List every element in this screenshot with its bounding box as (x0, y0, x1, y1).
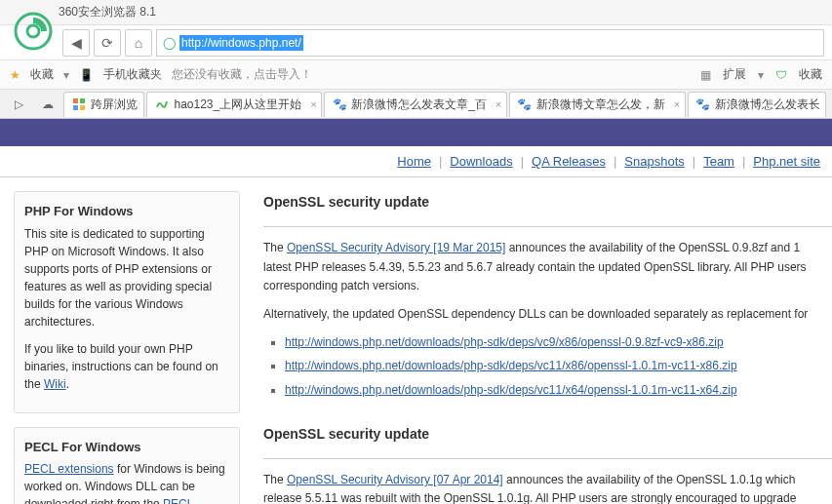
download-list: http://windows.php.net/downloads/php-sdk… (285, 333, 832, 400)
tab-label: 跨屏浏览 (91, 97, 138, 113)
browser-logo (14, 12, 53, 51)
svg-rect-3 (80, 98, 85, 103)
bookmark-manager-label[interactable]: 收藏 (799, 66, 822, 83)
article-text: The OpenSSL Security Advisory [07 Apr 20… (263, 471, 832, 504)
divider (263, 458, 832, 459)
back-button[interactable]: ◀ (62, 29, 90, 57)
nav-toolbar: ◀ ⟳ ⌂ ◯ http://windows.php.net/ (0, 25, 832, 60)
tab-history-button[interactable]: ▷ (6, 93, 32, 116)
paw-icon: 🐾 (518, 97, 532, 111)
sidebar-text: If you like to build your own PHP binari… (24, 340, 229, 393)
sidebar-title: PECL For Windows (24, 438, 229, 457)
bookmarks-bar: ★ 收藏 ▾ 📱 手机收藏夹 您还没有收藏，点击导入！ ▦ 扩展 ▾ 🛡 收藏 (0, 60, 832, 90)
sidebar-text: This site is dedicated to supporting PHP… (24, 225, 229, 330)
svg-rect-5 (80, 105, 85, 110)
tab-label: 新浪微博文章怎么发，新 (536, 97, 665, 113)
nav-home[interactable]: Home (397, 154, 431, 169)
tab-label: hao123_上网从这里开始 (174, 97, 301, 113)
tab-2[interactable]: hao123_上网从这里开始 × (146, 92, 322, 117)
download-link[interactable]: http://windows.php.net/downloads/php-sdk… (285, 359, 737, 372)
download-link[interactable]: http://windows.php.net/downloads/php-sdk… (285, 383, 737, 397)
tab-5[interactable]: 🐾 新浪微博怎么发表长 (688, 92, 826, 117)
close-icon[interactable]: × (495, 98, 501, 110)
paw-icon: 🐾 (696, 97, 710, 111)
reload-button[interactable]: ⟳ (94, 29, 121, 57)
grid-icon (72, 97, 86, 111)
nav-phpnet[interactable]: Php.net site (753, 154, 820, 169)
phone-bookmarks[interactable]: 手机收藏夹 (103, 66, 162, 83)
advisory-link[interactable]: OpenSSL Security Advisory [07 Apr 2014] (287, 473, 503, 486)
article-title: OpenSSL security update (263, 191, 832, 213)
tab-4[interactable]: 🐾 新浪微博文章怎么发，新 × (509, 92, 686, 117)
tab-label: 新浪微博怎么发表文章_百 (351, 97, 487, 113)
article-text: Alternatively, the updated OpenSSL depen… (263, 305, 832, 324)
pecl-link[interactable]: PECL extensions (24, 462, 114, 476)
hao-icon (155, 97, 169, 111)
download-link[interactable]: http://windows.php.net/downloads/php-sdk… (285, 335, 724, 349)
tab-label: 新浪微博怎么发表长 (715, 97, 820, 113)
chevron-down-icon[interactable]: ▾ (63, 68, 69, 82)
shield-icon[interactable]: 🛡 (775, 68, 787, 82)
tab-bar: ▷ ☁ 跨屏浏览 hao123_上网从这里开始 × 🐾 新浪微博怎么发表文章_百… (0, 90, 832, 119)
close-icon[interactable]: × (674, 98, 680, 110)
chevron-down-icon[interactable]: ▾ (758, 68, 764, 82)
sidebar-block-php: PHP For Windows This site is dedicated t… (14, 191, 240, 413)
list-item: http://windows.php.net/downloads/php-sdk… (285, 357, 832, 375)
nav-snapshots[interactable]: Snapshots (624, 154, 684, 169)
sidebar: PHP For Windows This site is dedicated t… (0, 177, 254, 504)
nav-downloads[interactable]: Downloads (450, 154, 512, 169)
bookmarks-hint: 您还没有收藏，点击导入！ (172, 66, 312, 83)
wiki-link[interactable]: Wiki (44, 377, 66, 391)
site-nav: Home| Downloads| QA Releases| Snapshots|… (0, 146, 832, 177)
list-item: http://windows.php.net/downloads/php-sdk… (285, 333, 832, 352)
phone-icon: 📱 (79, 68, 94, 82)
site-header-bar (0, 119, 832, 146)
bookmarks-label[interactable]: 收藏 (30, 66, 54, 83)
window-titlebar: 360安全浏览器 8.1 (0, 0, 832, 25)
site-badge-icon: ◯ (163, 36, 176, 50)
paw-icon: 🐾 (333, 97, 346, 111)
viewport: Home| Downloads| QA Releases| Snapshots|… (0, 119, 832, 504)
home-button[interactable]: ⌂ (125, 29, 152, 57)
list-item: http://windows.php.net/downloads/php-sdk… (285, 381, 832, 400)
sidebar-text: PECL extensions for Windows is being wor… (24, 460, 229, 504)
advisory-link[interactable]: OpenSSL Security Advisory [19 Mar 2015] (287, 241, 505, 254)
main-content: OpenSSL security update The OpenSSL Secu… (254, 177, 832, 504)
star-icon[interactable]: ★ (10, 68, 20, 82)
sidebar-block-pecl: PECL For Windows PECL extensions for Win… (14, 427, 240, 505)
article-text: The OpenSSL Security Advisory [19 Mar 20… (263, 239, 832, 295)
svg-point-1 (27, 25, 39, 37)
tab-3[interactable]: 🐾 新浪微博怎么发表文章_百 × (324, 92, 507, 117)
window-title: 360安全浏览器 8.1 (59, 4, 156, 20)
svg-rect-4 (73, 105, 78, 110)
extensions-icon[interactable]: ▦ (700, 68, 711, 82)
divider (263, 226, 832, 227)
extensions-label[interactable]: 扩展 (723, 66, 746, 83)
url-bar[interactable]: ◯ http://windows.php.net/ (156, 29, 824, 57)
article-title: OpenSSL security update (263, 423, 832, 445)
tab-cloud-button[interactable]: ☁ (34, 93, 60, 116)
tab-1[interactable]: 跨屏浏览 (63, 92, 145, 117)
url-text[interactable]: http://windows.php.net/ (179, 35, 303, 51)
svg-rect-2 (73, 98, 78, 103)
nav-team[interactable]: Team (703, 154, 734, 169)
close-icon[interactable]: × (310, 98, 316, 110)
url-input[interactable] (307, 35, 817, 50)
sidebar-title: PHP For Windows (24, 202, 229, 221)
nav-qa[interactable]: QA Releases (532, 154, 606, 169)
